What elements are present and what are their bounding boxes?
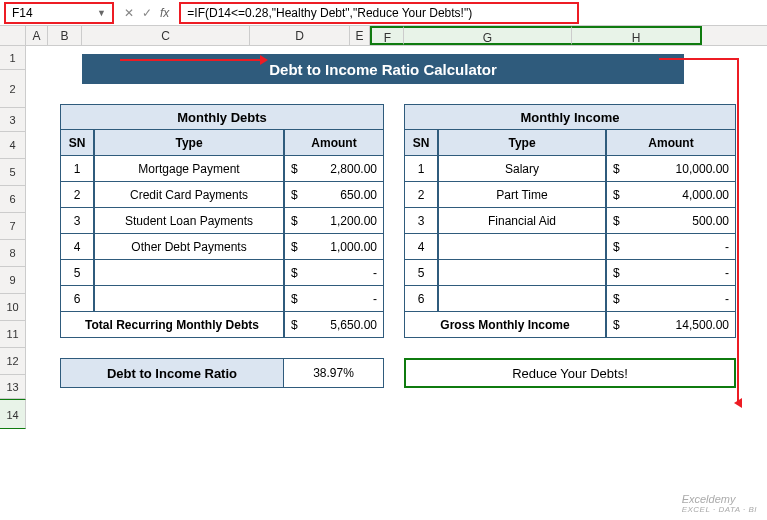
cell[interactable]: Other Debt Payments bbox=[94, 234, 284, 260]
cell[interactable]: Student Loan Payments bbox=[94, 208, 284, 234]
cell[interactable]: 2 bbox=[60, 182, 94, 208]
row-header[interactable]: 2 bbox=[0, 70, 26, 108]
annotation-arrow-icon bbox=[737, 60, 739, 404]
total-label: Gross Monthly Income bbox=[404, 312, 606, 338]
income-header: Monthly Income bbox=[404, 104, 736, 130]
ratio-box: Debt to Income Ratio 38.97% bbox=[60, 358, 384, 388]
cell[interactable]: $2,800.00 bbox=[284, 156, 384, 182]
total-cell[interactable]: $14,500.00 bbox=[606, 312, 736, 338]
cell[interactable]: $- bbox=[284, 286, 384, 312]
debts-table: Monthly Debts SN Type Amount 1Mortgage P… bbox=[60, 104, 384, 338]
cell[interactable]: 3 bbox=[404, 208, 438, 234]
row-header[interactable]: 4 bbox=[0, 132, 26, 159]
cell[interactable]: $- bbox=[606, 260, 736, 286]
col-header[interactable]: D bbox=[250, 26, 350, 45]
fx-icon[interactable]: fx bbox=[160, 6, 169, 20]
name-box[interactable]: F14 ▼ bbox=[4, 2, 114, 24]
cell[interactable]: $1,200.00 bbox=[284, 208, 384, 234]
cell[interactable]: $500.00 bbox=[606, 208, 736, 234]
col-header[interactable]: F bbox=[370, 26, 404, 45]
cell[interactable]: $650.00 bbox=[284, 182, 384, 208]
result-cell[interactable]: Reduce Your Debts! bbox=[404, 358, 736, 388]
cell[interactable]: 3 bbox=[60, 208, 94, 234]
cell[interactable] bbox=[94, 260, 284, 286]
col-header[interactable]: H bbox=[572, 26, 702, 45]
name-box-value: F14 bbox=[12, 6, 33, 20]
cell[interactable]: $- bbox=[606, 286, 736, 312]
cell[interactable] bbox=[438, 234, 606, 260]
cell[interactable]: Part Time bbox=[438, 182, 606, 208]
col-type: Type bbox=[94, 130, 284, 156]
debts-header: Monthly Debts bbox=[60, 104, 384, 130]
cell[interactable]: 1 bbox=[60, 156, 94, 182]
cell[interactable] bbox=[94, 286, 284, 312]
row-header[interactable]: 6 bbox=[0, 186, 26, 213]
row-header[interactable]: 3 bbox=[0, 108, 26, 132]
total-cell[interactable]: $5,650.00 bbox=[284, 312, 384, 338]
formula-bar: F14 ▼ ✕ ✓ fx =IF(D14<=0.28,"Healthy Debt… bbox=[0, 0, 767, 26]
row-header[interactable]: 11 bbox=[0, 321, 26, 348]
cell[interactable]: 1 bbox=[404, 156, 438, 182]
worksheet[interactable]: 1 2 3 4 5 6 7 8 9 10 11 12 13 14 Debt to… bbox=[0, 46, 767, 429]
cell[interactable]: $1,000.00 bbox=[284, 234, 384, 260]
row-header[interactable]: 10 bbox=[0, 294, 26, 321]
col-header[interactable]: B bbox=[48, 26, 82, 45]
ratio-value[interactable]: 38.97% bbox=[284, 358, 384, 388]
formula-input[interactable]: =IF(D14<=0.28,"Healthy Debt","Reduce You… bbox=[179, 2, 579, 24]
col-header[interactable]: E bbox=[350, 26, 370, 45]
row-header[interactable]: 13 bbox=[0, 375, 26, 399]
col-header[interactable]: C bbox=[82, 26, 250, 45]
cell[interactable]: $- bbox=[284, 260, 384, 286]
cell[interactable]: 6 bbox=[60, 286, 94, 312]
watermark: Exceldemy EXCEL · DATA · BI bbox=[682, 493, 757, 514]
annotation-arrow-icon bbox=[120, 59, 265, 61]
col-amount: Amount bbox=[284, 130, 384, 156]
dropdown-icon[interactable]: ▼ bbox=[97, 8, 106, 18]
row-header[interactable]: 9 bbox=[0, 267, 26, 294]
col-type: Type bbox=[438, 130, 606, 156]
cell[interactable]: 4 bbox=[404, 234, 438, 260]
cell[interactable]: 6 bbox=[404, 286, 438, 312]
col-header[interactable]: A bbox=[26, 26, 48, 45]
col-amount: Amount bbox=[606, 130, 736, 156]
cell[interactable]: $10,000.00 bbox=[606, 156, 736, 182]
row-header[interactable]: 5 bbox=[0, 159, 26, 186]
cell[interactable]: Salary bbox=[438, 156, 606, 182]
select-all[interactable] bbox=[0, 26, 26, 45]
total-label: Total Recurring Monthly Debts bbox=[60, 312, 284, 338]
enter-icon[interactable]: ✓ bbox=[142, 6, 152, 20]
row-header[interactable]: 14 bbox=[0, 399, 26, 429]
cell[interactable]: 5 bbox=[404, 260, 438, 286]
ratio-label: Debt to Income Ratio bbox=[60, 358, 284, 388]
cell[interactable]: Financial Aid bbox=[438, 208, 606, 234]
formula-bar-icons: ✕ ✓ fx bbox=[120, 6, 173, 20]
cell[interactable]: $4,000.00 bbox=[606, 182, 736, 208]
income-table: Monthly Income SN Type Amount 1Salary$10… bbox=[404, 104, 736, 338]
cell[interactable]: 4 bbox=[60, 234, 94, 260]
row-header[interactable]: 7 bbox=[0, 213, 26, 240]
column-headers: A B C D E F G H bbox=[0, 26, 767, 46]
cell[interactable]: Credit Card Payments bbox=[94, 182, 284, 208]
cell[interactable] bbox=[438, 260, 606, 286]
col-sn: SN bbox=[404, 130, 438, 156]
row-header[interactable]: 1 bbox=[0, 46, 26, 70]
cell[interactable] bbox=[438, 286, 606, 312]
cell[interactable]: $- bbox=[606, 234, 736, 260]
cancel-icon[interactable]: ✕ bbox=[124, 6, 134, 20]
row-header[interactable]: 8 bbox=[0, 240, 26, 267]
cell[interactable]: 2 bbox=[404, 182, 438, 208]
row-header[interactable]: 12 bbox=[0, 348, 26, 375]
cell[interactable]: Mortgage Payment bbox=[94, 156, 284, 182]
col-sn: SN bbox=[60, 130, 94, 156]
cell[interactable]: 5 bbox=[60, 260, 94, 286]
formula-text: =IF(D14<=0.28,"Healthy Debt","Reduce You… bbox=[187, 6, 472, 20]
col-header[interactable]: G bbox=[404, 26, 572, 45]
